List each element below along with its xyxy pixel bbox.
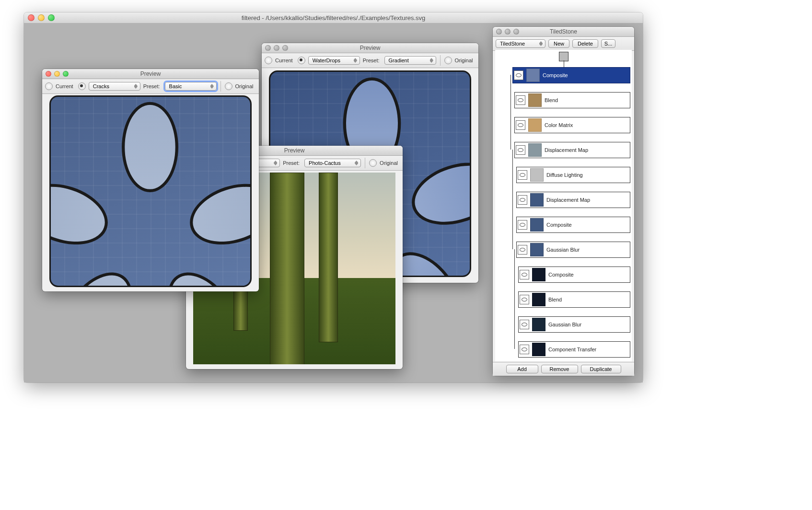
node-thumbnail [532, 268, 545, 281]
preview-toolbar: Current Cracks Preset: Basic Original [42, 79, 259, 94]
visibility-toggle[interactable] [520, 320, 529, 329]
node-thumbnail [530, 218, 544, 232]
main-window-title: filtered - /Users/kkallio/Studies/filter… [24, 14, 643, 22]
visibility-toggle[interactable] [516, 145, 525, 155]
preset-select[interactable]: Photo-Cactus [304, 159, 361, 167]
original-radio[interactable] [225, 82, 232, 90]
filter-radio[interactable] [298, 57, 305, 64]
output-node[interactable] [559, 52, 568, 61]
add-button[interactable]: Add [506, 365, 538, 373]
visibility-toggle[interactable] [518, 170, 527, 180]
separator [220, 81, 221, 92]
duplicate-button[interactable]: Duplicate [581, 365, 621, 373]
original-label: Original [455, 58, 473, 63]
filter-node[interactable]: Blend [514, 92, 630, 108]
filter-node[interactable]: Gaussian Blur [516, 242, 630, 258]
visibility-toggle[interactable] [520, 270, 529, 279]
pane-titlebar: Preview [262, 43, 478, 53]
node-label: Composite [543, 72, 568, 78]
current-radio[interactable] [265, 57, 272, 64]
node-label: Blend [548, 297, 562, 302]
node-thumbnail [530, 193, 544, 207]
filter-node[interactable]: Blend [518, 291, 630, 308]
side-titlebar: TiledStone [493, 27, 634, 37]
preset-select[interactable]: Basic [165, 82, 217, 91]
separator [365, 158, 365, 168]
preset-label: Preset: [283, 160, 300, 166]
current-radio[interactable] [45, 82, 53, 90]
preset-label: Preset: [363, 58, 380, 63]
side-footer: Add Remove Duplicate [493, 362, 634, 376]
filter-node[interactable]: Component Transfer [518, 341, 630, 358]
original-radio[interactable] [444, 57, 452, 64]
node-label: Color Matrix [545, 122, 573, 128]
visibility-toggle[interactable] [518, 220, 527, 230]
preview-toolbar: Current WaterDrops Preset: Gradient Orig… [262, 53, 478, 68]
original-label: Original [235, 83, 254, 89]
delete-button[interactable]: Delete [572, 39, 598, 48]
visibility-toggle[interactable] [516, 95, 525, 105]
node-thumbnail [528, 143, 542, 157]
node-thumbnail [530, 243, 544, 256]
filter-select[interactable]: WaterDrops [308, 56, 360, 65]
preset-select[interactable]: Gradient [384, 56, 436, 65]
filter-select[interactable]: Cracks [89, 82, 140, 91]
filter-node[interactable]: Composite [516, 217, 630, 233]
remove-button[interactable]: Remove [541, 365, 578, 373]
node-label: Displacement Map [545, 147, 588, 153]
node-label: Composite [548, 272, 574, 278]
filter-node[interactable]: Displacement Map [514, 142, 630, 158]
filter-radio[interactable] [78, 82, 86, 90]
node-thumbnail [528, 118, 542, 132]
node-label: Blend [545, 97, 558, 103]
node-thumbnail [526, 69, 540, 82]
node-label: Composite [546, 222, 572, 228]
preview-image [49, 97, 252, 286]
filter-node[interactable]: Diffuse Lighting [516, 167, 630, 183]
filter-node[interactable]: Composite [512, 67, 630, 83]
filter-node[interactable]: Gaussian Blur [518, 316, 630, 333]
node-thumbnail [532, 343, 545, 356]
visibility-toggle[interactable] [520, 345, 529, 354]
visibility-toggle[interactable] [518, 245, 527, 255]
node-thumbnail [532, 318, 545, 331]
original-label: Original [380, 160, 398, 166]
original-radio[interactable] [369, 159, 377, 167]
pane-title: Preview [262, 45, 478, 51]
node-label: Displacement Map [546, 197, 590, 203]
visibility-toggle[interactable] [518, 195, 527, 205]
node-thumbnail [532, 293, 545, 306]
preview-pane-cracks: Preview Current Cracks Preset: Basic Ori… [42, 69, 259, 291]
new-button[interactable]: New [548, 39, 569, 48]
filter-name-select[interactable]: TiledStone [496, 39, 545, 48]
current-label: Current [275, 58, 293, 63]
filter-node[interactable]: Displacement Map [516, 192, 630, 208]
node-thumbnail [530, 168, 544, 182]
side-title: TiledStone [493, 28, 634, 35]
pane-titlebar: Preview [42, 69, 259, 79]
node-thumbnail [528, 93, 542, 107]
visibility-toggle[interactable] [516, 120, 525, 130]
node-label: Diffuse Lighting [546, 172, 583, 178]
visibility-toggle[interactable] [514, 70, 523, 80]
pane-title: Preview [42, 70, 259, 77]
node-label: Gaussian Blur [546, 247, 580, 253]
preset-label: Preset: [143, 83, 160, 89]
separator [440, 55, 441, 66]
current-label: Current [56, 83, 73, 89]
side-toolbar: TiledStone New Delete S... [493, 37, 634, 51]
filter-node[interactable]: Composite [518, 267, 630, 283]
node-label: Gaussian Blur [548, 322, 581, 327]
visibility-toggle[interactable] [520, 295, 529, 304]
filter-node[interactable]: Color Matrix [514, 117, 630, 133]
side-panel: TiledStone TiledStone New Delete S... Co… [493, 27, 634, 376]
save-button[interactable]: S... [601, 39, 616, 48]
filter-graph: CompositeBlendColor MatrixDisplacement M… [495, 50, 632, 361]
node-label: Component Transfer [548, 347, 596, 352]
main-titlebar: filtered - /Users/kkallio/Studies/filter… [24, 12, 643, 23]
